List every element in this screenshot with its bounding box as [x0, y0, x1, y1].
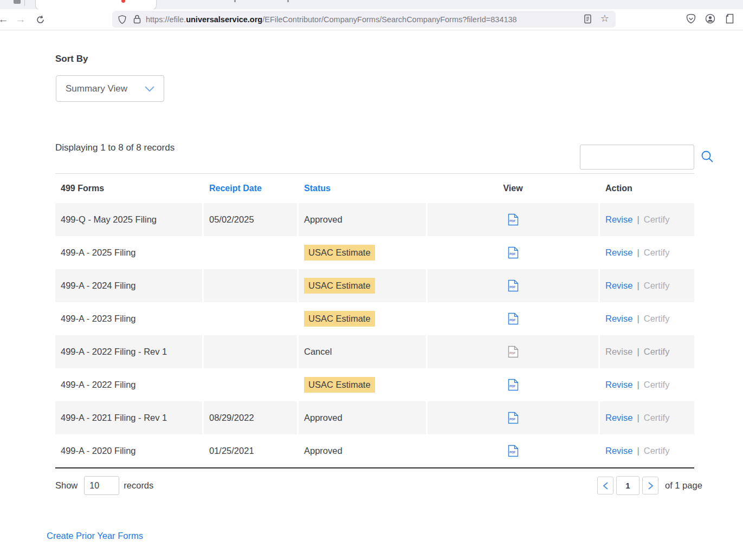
revise-link[interactable]: Revise [605, 314, 632, 324]
previous-page-button[interactable] [597, 477, 613, 494]
action-cell: Revise|Certify [600, 368, 694, 401]
action-cell: Revise|Certify [600, 302, 694, 335]
revise-link[interactable]: Revise [605, 446, 632, 456]
receipt-date [204, 302, 297, 335]
svg-text:PDF: PDF [509, 385, 516, 388]
revise-link[interactable]: Revise [605, 214, 632, 225]
page-size-input[interactable] [84, 476, 119, 495]
chevron-left-icon [602, 481, 609, 490]
library-sidebar-icon[interactable] [725, 14, 734, 26]
forward-button[interactable]: → [14, 13, 27, 26]
revise-link[interactable]: Revise [605, 281, 632, 291]
pdf-icon: PDF [508, 346, 519, 358]
shield-icon[interactable] [118, 15, 126, 24]
table-row: 499-A - 2023 FilingUSAC EstimatePDFRevis… [55, 302, 694, 335]
table-row: 499-A - 2022 FilingUSAC EstimatePDFRevis… [55, 368, 694, 401]
status-badge: USAC Estimate [304, 377, 375, 393]
header-view: View [428, 174, 598, 203]
pdf-icon[interactable]: PDF [508, 213, 519, 226]
view-cell: PDF [428, 434, 598, 467]
form-name: 499-A - 2021 Filing - Rev 1 [55, 401, 202, 434]
pdf-icon[interactable]: PDF [508, 412, 519, 424]
current-page-input[interactable] [616, 476, 639, 495]
pdf-icon[interactable]: PDF [508, 445, 519, 457]
form-name: 499-A - 2020 Filing [55, 434, 202, 467]
browser-toolbar: ← → https://efile.universalservice.org/E… [0, 9, 743, 30]
sort-by-label: Sort By [55, 54, 88, 64]
status-cell: USAC Estimate [299, 269, 426, 302]
records-label: records [124, 480, 153, 491]
create-prior-year-forms-link[interactable]: Create Prior Year Forms [47, 531, 143, 541]
pdf-icon[interactable]: PDF [508, 279, 519, 292]
certify-link: Certify [644, 314, 670, 324]
search-input[interactable] [586, 145, 700, 170]
action-cell: Revise|Certify [600, 401, 694, 434]
header-action: Action [600, 174, 694, 203]
form-name: 499-A - 2023 Filing [55, 302, 202, 335]
certify-link: Certify [644, 347, 670, 357]
form-name: 499-A - 2022 Filing [55, 368, 202, 401]
records-summary: Displaying 1 to 8 of 8 records [55, 142, 175, 153]
pdf-icon[interactable]: PDF [508, 379, 519, 391]
pdf-icon[interactable]: PDF [508, 246, 519, 259]
table-row: 499-A - 2025 FilingUSAC EstimatePDFRevis… [55, 236, 694, 269]
privacy-shield-icon[interactable] [686, 14, 696, 26]
search-icon[interactable] [700, 150, 714, 164]
of-pages-label: of 1 page [665, 480, 702, 491]
tab-divider [24, 0, 25, 6]
table-row: 499-A - 2020 Filing01/25/2021ApprovedPDF… [55, 434, 694, 467]
revise-link[interactable]: Revise [605, 248, 632, 258]
reload-button[interactable] [34, 13, 47, 26]
certify-link: Certify [644, 281, 670, 291]
action-separator: | [637, 214, 639, 225]
header-receipt-date-sort[interactable]: Receipt Date [204, 174, 297, 203]
pdf-icon[interactable]: PDF [508, 312, 519, 325]
form-name: 499-A - 2022 Filing - Rev 1 [55, 335, 202, 368]
browser-tab[interactable] [35, 0, 157, 10]
svg-text:PDF: PDF [509, 219, 516, 223]
form-name: 499-A - 2024 Filing [55, 269, 202, 302]
table-body: 499-Q - May 2025 Filing05/02/2025Approve… [55, 203, 694, 467]
action-cell: Revise|Certify [600, 269, 694, 302]
svg-text:PDF: PDF [509, 285, 516, 289]
page-size-control: Show records [55, 476, 153, 495]
revise-link[interactable]: Revise [605, 380, 632, 390]
action-cell: Revise|Certify [600, 335, 694, 368]
receipt-date: 08/29/2022 [204, 401, 297, 434]
view-cell: PDF [428, 335, 598, 368]
account-icon[interactable] [705, 14, 715, 26]
view-cell: PDF [428, 203, 598, 236]
sort-view-dropdown[interactable]: Summary View [56, 75, 164, 102]
url-text: https://efile.universalservice.org/EFile… [146, 15, 517, 24]
status-text: Approved [304, 446, 343, 456]
svg-text:PDF: PDF [509, 451, 516, 454]
pagination-controls: of 1 page [597, 476, 702, 495]
header-status-sort[interactable]: Status [299, 174, 426, 203]
show-label: Show [55, 480, 77, 491]
status-text: Approved [304, 413, 343, 423]
reader-mode-icon[interactable] [584, 14, 592, 26]
back-button[interactable]: ← [0, 13, 10, 26]
bookmark-star-icon[interactable]: ☆ [600, 12, 609, 24]
receipt-date [204, 236, 297, 269]
cutoff-text-fragment [287, 0, 289, 2]
url-bar[interactable]: https://efile.universalservice.org/EFile… [112, 11, 616, 28]
action-separator: | [637, 281, 639, 291]
window-control-fragment [14, 0, 21, 4]
action-separator: | [637, 248, 639, 258]
next-page-button[interactable] [642, 477, 658, 494]
table-row: 499-A - 2022 Filing - Rev 1CancelPDFRevi… [55, 335, 694, 368]
lock-icon[interactable] [133, 15, 141, 24]
table-row: 499-Q - May 2025 Filing05/02/2025Approve… [55, 203, 694, 236]
svg-text:PDF: PDF [509, 351, 516, 355]
certify-link: Certify [644, 380, 670, 390]
revise-link[interactable]: Revise [605, 413, 632, 423]
view-cell: PDF [428, 368, 598, 401]
search-box [580, 145, 694, 170]
status-cell: Approved [299, 203, 426, 236]
forms-table: 499 Forms Receipt Date Status View Actio… [55, 173, 694, 468]
browser-tab-strip [0, 0, 743, 9]
view-cell: PDF [428, 236, 598, 269]
certify-link: Certify [644, 413, 670, 423]
action-cell: Revise|Certify [600, 236, 694, 269]
